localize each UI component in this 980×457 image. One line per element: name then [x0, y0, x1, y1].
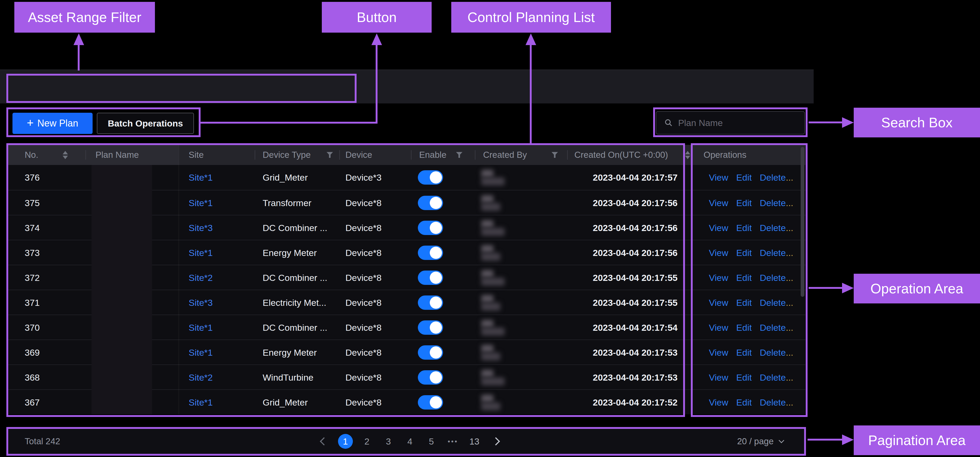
outline-buttons [6, 108, 200, 137]
annotation-asset-range-filter: Asset Range Filter [14, 2, 155, 33]
arrow-operation-area [809, 287, 843, 289]
outline-asset-range-filter [6, 74, 356, 103]
outline-search-box [653, 108, 808, 137]
annotation-button: Button [322, 2, 432, 33]
annotation-search-box: Search Box [854, 108, 980, 137]
arrow-search-box [809, 122, 843, 123]
annotation-pagination-area: Pagination Area [854, 425, 980, 455]
arrow-pagination-area [808, 439, 843, 441]
outline-operations [691, 143, 808, 417]
arrow-asset-range-filter [78, 44, 80, 71]
arrow-control-planning-list [530, 44, 531, 143]
annotation-control-planning-list: Control Planning List [451, 2, 611, 33]
arrow-button [375, 44, 377, 124]
control-planning-screen: All Park Wind Storage Building Site: All… [0, 0, 980, 457]
outline-pagination [6, 427, 806, 456]
created-on-sort-icon[interactable] [685, 145, 690, 165]
annotation-operation-area: Operation Area [854, 274, 980, 303]
outline-table [6, 143, 685, 417]
